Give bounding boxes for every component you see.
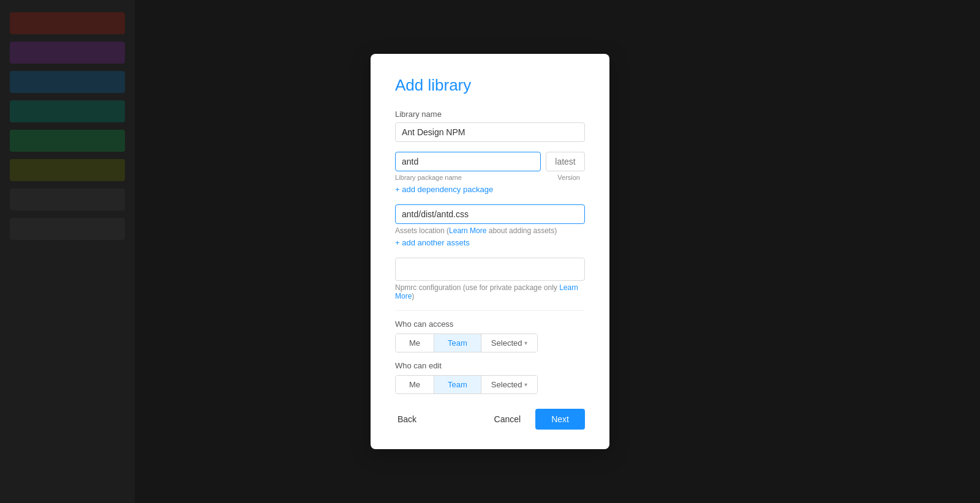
npmrc-input[interactable] xyxy=(395,258,585,281)
modal-footer: Back Cancel Next xyxy=(395,409,585,430)
who-can-access-section: Who can access Me Team Selected ▾ xyxy=(395,319,585,352)
who-can-edit-label: Who can edit xyxy=(395,361,585,370)
package-group: Library package name Version + add depen… xyxy=(395,152,585,195)
dialog-title: Add library xyxy=(395,76,585,95)
back-button[interactable]: Back xyxy=(395,409,419,429)
package-sub-labels: Library package name Version xyxy=(395,174,585,181)
footer-right-actions: Cancel Next xyxy=(487,409,585,430)
access-toggle-group: Me Team Selected ▾ xyxy=(395,333,538,352)
npmrc-help-suffix: ) xyxy=(412,292,414,300)
add-library-dialog: Add library Library name Library package… xyxy=(371,54,609,449)
access-selected-button[interactable]: Selected ▾ xyxy=(481,334,538,352)
edit-chevron-icon: ▾ xyxy=(524,381,527,388)
npmrc-group: Npmrc configuration (use for private pac… xyxy=(395,258,585,300)
version-sub-label: Version xyxy=(557,174,580,181)
access-team-button[interactable]: Team xyxy=(434,334,481,352)
who-can-access-label: Who can access xyxy=(395,319,585,329)
edit-me-button[interactable]: Me xyxy=(396,376,434,393)
access-selected-label: Selected xyxy=(491,338,522,348)
package-name-sub-label: Library package name xyxy=(395,174,462,181)
package-version-row xyxy=(395,152,585,171)
version-input[interactable] xyxy=(546,152,585,171)
edit-toggle-group: Me Team Selected ▾ xyxy=(395,375,538,394)
library-name-label: Library name xyxy=(395,110,585,119)
divider-1 xyxy=(395,310,585,311)
library-name-group: Library name xyxy=(395,110,585,142)
assets-help-prefix: Assets location ( xyxy=(395,226,449,235)
who-can-edit-section: Who can edit Me Team Selected ▾ xyxy=(395,361,585,394)
assets-learn-more-link[interactable]: Learn More xyxy=(449,226,486,235)
add-another-assets-link[interactable]: + add another assets xyxy=(395,238,470,247)
access-chevron-icon: ▾ xyxy=(524,340,527,346)
library-name-input[interactable] xyxy=(395,122,585,142)
edit-selected-label: Selected xyxy=(491,380,522,389)
assets-help-text: Assets location (Learn More about adding… xyxy=(395,226,585,235)
edit-team-button[interactable]: Team xyxy=(434,376,481,393)
cancel-button[interactable]: Cancel xyxy=(487,409,529,429)
package-name-input[interactable] xyxy=(395,152,541,171)
assets-group: Assets location (Learn More about adding… xyxy=(395,204,585,248)
next-button[interactable]: Next xyxy=(535,409,585,430)
assets-help-suffix: about adding assets) xyxy=(486,226,557,235)
access-me-button[interactable]: Me xyxy=(396,334,434,352)
edit-selected-button[interactable]: Selected ▾ xyxy=(481,376,538,393)
npmrc-help-prefix: Npmrc configuration (use for private pac… xyxy=(395,283,559,292)
modal-overlay: Add library Library name Library package… xyxy=(0,0,980,503)
assets-input[interactable] xyxy=(395,204,585,224)
add-dependency-link[interactable]: + add dependency package xyxy=(395,185,493,194)
npmrc-help-text: Npmrc configuration (use for private pac… xyxy=(395,283,585,300)
